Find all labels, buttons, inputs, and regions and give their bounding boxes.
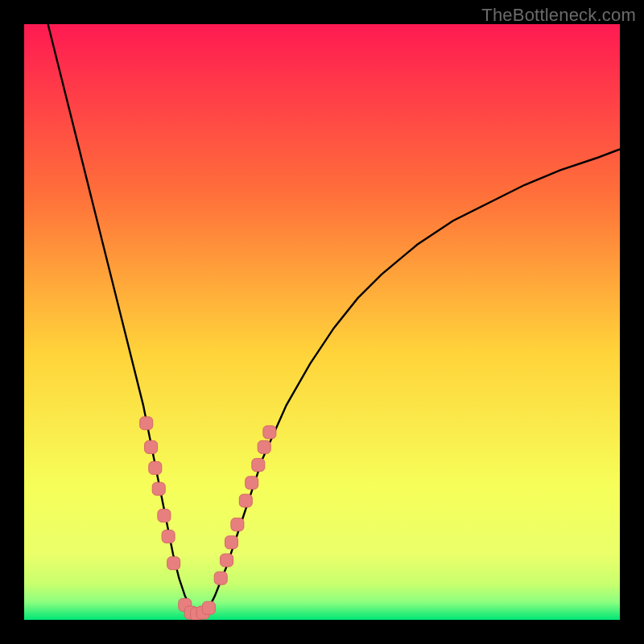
data-marker	[246, 477, 258, 489]
watermark-text: TheBottleneck.com	[481, 5, 636, 26]
data-marker	[258, 440, 270, 453]
data-marker	[231, 518, 244, 531]
data-marker	[221, 554, 233, 567]
data-marker	[214, 572, 227, 584]
data-marker	[239, 494, 252, 507]
data-marker	[152, 482, 165, 495]
chart-stage: TheBottleneck.com	[0, 0, 644, 644]
data-marker	[225, 536, 238, 549]
data-marker	[252, 459, 265, 472]
plot-area	[24, 24, 620, 620]
data-marker	[140, 417, 153, 430]
data-marker	[162, 530, 175, 543]
data-marker	[167, 557, 180, 570]
data-marker	[263, 426, 276, 439]
data-marker	[202, 601, 215, 614]
data-marker	[145, 440, 158, 453]
data-marker	[149, 461, 162, 474]
data-marker	[158, 510, 171, 522]
chart-svg	[24, 24, 620, 620]
gradient-bg	[24, 24, 620, 620]
